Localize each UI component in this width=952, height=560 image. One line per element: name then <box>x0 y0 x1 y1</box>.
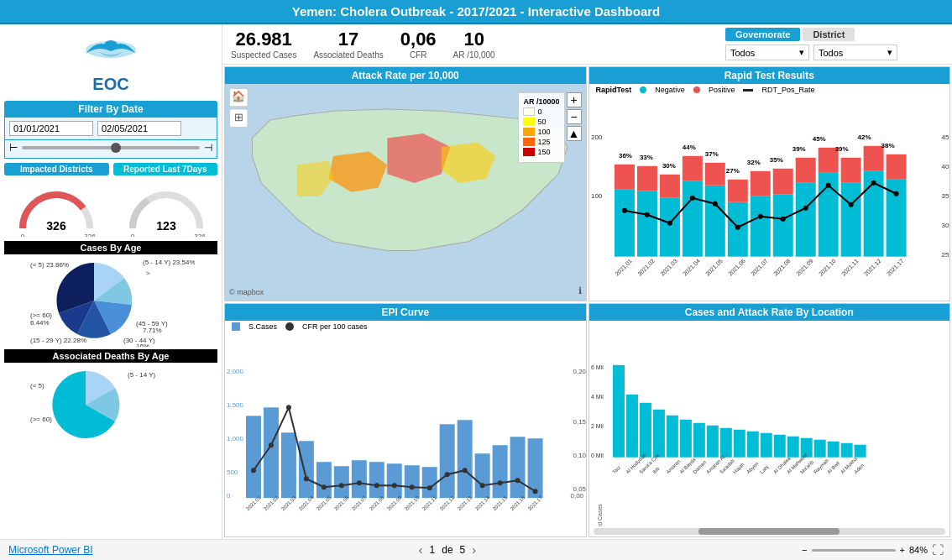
svg-text:45%: 45% <box>812 135 825 143</box>
rapid-test-header: Rapid Test Results <box>589 67 950 84</box>
ar-label: AR /10,000 <box>453 50 495 60</box>
date-slider-row: ⊢ ⊣ <box>4 140 217 159</box>
svg-point-69 <box>825 183 830 188</box>
date-start-input[interactable] <box>9 121 93 136</box>
rapid-test-body: 45% 40% 35% 30% 25% 200 100 <box>589 96 950 301</box>
location-scrollbar[interactable] <box>594 528 946 535</box>
zoom-minus-btn[interactable]: − <box>802 545 807 555</box>
filter-date-label: Filter By Date <box>4 101 217 118</box>
fit-screen-icon[interactable]: ⛶ <box>932 543 944 557</box>
location-body: Number of Suspected Cases 6 Mil 4 Mil 2 … <box>589 321 950 527</box>
svg-rect-168 <box>639 402 651 457</box>
svg-rect-34 <box>614 190 634 257</box>
scases-legend-label: S.Cases <box>248 322 277 331</box>
svg-rect-172 <box>693 422 704 457</box>
next-page-btn[interactable]: › <box>472 543 476 557</box>
ar-stat: 10 AR /10,000 <box>453 29 495 60</box>
filter-tabs: Governorate District <box>725 28 944 41</box>
prev-page-btn[interactable]: ‹ <box>419 543 423 557</box>
district-tab[interactable]: District <box>803 28 855 41</box>
svg-text:32%: 32% <box>746 159 760 166</box>
svg-rect-45 <box>727 180 747 202</box>
svg-rect-120 <box>422 467 437 498</box>
svg-text:2021.08: 2021.08 <box>772 258 792 277</box>
svg-text:42%: 42% <box>857 133 871 141</box>
svg-point-138 <box>445 472 450 477</box>
svg-rect-113 <box>299 441 314 498</box>
svg-text:0: 0 <box>130 233 134 237</box>
suspected-cases-label: Suspected Cases <box>231 50 296 60</box>
svg-point-137 <box>427 485 432 490</box>
svg-text:2021.10: 2021.10 <box>817 258 836 277</box>
impacted-districts-badge[interactable]: Impacted Districts <box>4 163 109 175</box>
slider-icon: ⊢ <box>9 142 18 154</box>
negative-label: Negative <box>655 86 685 94</box>
content-area: EOC Filter By Date ⊢ ⊣ Impacted District… <box>0 24 952 539</box>
zoom-slider[interactable] <box>812 549 896 552</box>
svg-rect-176 <box>746 431 758 457</box>
svg-rect-181 <box>813 439 825 457</box>
deaths-pie-svg: (< 5) (5 - 14 Y) (>= 60) <box>27 367 195 442</box>
svg-rect-114 <box>316 462 332 498</box>
svg-rect-35 <box>614 165 634 190</box>
cfr-legend-dot <box>285 322 294 331</box>
svg-rect-170 <box>666 415 677 457</box>
svg-rect-121 <box>440 424 455 498</box>
svg-rect-54 <box>840 183 860 257</box>
svg-text:Aden: Aden <box>853 463 865 474</box>
svg-point-70 <box>848 202 853 207</box>
negative-dot <box>640 86 646 93</box>
svg-text:(< 5): (< 5) <box>30 382 44 390</box>
gov-district-filters: Governorate District Todos ▾ Todos ▾ <box>717 24 952 64</box>
svg-text:Ibb: Ibb <box>651 465 661 474</box>
svg-text:6.44%: 6.44% <box>30 319 50 327</box>
rdt-line <box>743 89 753 92</box>
svg-text:40%: 40% <box>941 163 949 170</box>
svg-text:2021.12: 2021.12 <box>862 258 881 277</box>
powerbi-link[interactable]: Microsoft Power BI <box>8 544 93 556</box>
date-slider[interactable] <box>22 146 200 149</box>
svg-point-136 <box>410 484 415 489</box>
svg-point-72 <box>893 191 898 196</box>
svg-point-140 <box>480 483 485 488</box>
svg-text:Number of Suspected Cases: Number of Suspected Cases <box>596 503 603 526</box>
svg-rect-36 <box>636 191 656 257</box>
location-scrollbar-thumb[interactable] <box>698 528 840 535</box>
svg-text:7.71%: 7.71% <box>143 327 162 334</box>
svg-text:(>= 60): (>= 60) <box>30 416 52 423</box>
reported-last7-badge[interactable]: Reported Last 7Days <box>113 163 218 175</box>
cfr-value: 0,06 <box>400 29 437 50</box>
date-end-input[interactable] <box>97 121 181 136</box>
svg-rect-124 <box>493 445 508 498</box>
zoom-out-btn[interactable]: − <box>567 109 582 124</box>
svg-text:(>= 60): (>= 60) <box>30 311 52 319</box>
svg-rect-48 <box>772 195 792 257</box>
svg-rect-122 <box>458 420 473 498</box>
map-info-btn[interactable]: ℹ <box>578 285 582 296</box>
svg-text:0: 0 <box>20 233 24 237</box>
svg-rect-41 <box>682 156 702 181</box>
map-container[interactable]: 🏠 ⊞ AR /10000 0 50 100 125 <box>225 84 586 301</box>
svg-rect-119 <box>405 465 420 498</box>
svg-rect-50 <box>795 183 815 257</box>
svg-rect-55 <box>840 158 860 183</box>
zoom-plus-btn[interactable]: + <box>900 545 905 555</box>
svg-point-129 <box>286 405 291 410</box>
suspected-cases-stat: 26.981 Suspected Cases <box>231 29 296 60</box>
svg-text:2021.03: 2021.03 <box>659 258 678 277</box>
svg-rect-125 <box>510 437 526 498</box>
governorate-tab[interactable]: Governorate <box>725 28 800 41</box>
svg-rect-178 <box>773 434 785 457</box>
charts-grid: Attack Rate per 10,000 <box>222 65 952 539</box>
cfr-label: CFR <box>410 50 427 60</box>
svg-text:0,10: 0,10 <box>573 452 586 459</box>
governorate-dropdown[interactable]: Todos ▾ <box>725 44 809 60</box>
svg-rect-166 <box>612 364 624 457</box>
zoom-in-btn[interactable]: + <box>567 92 582 107</box>
svg-text:44%: 44% <box>682 144 695 151</box>
slider-end-icon: ⊣ <box>204 142 212 154</box>
svg-text:25%: 25% <box>941 251 949 259</box>
slider-handle[interactable] <box>111 143 121 153</box>
zoom-nav-btn[interactable]: ▲ <box>567 126 582 141</box>
district-dropdown[interactable]: Todos ▾ <box>813 44 897 60</box>
